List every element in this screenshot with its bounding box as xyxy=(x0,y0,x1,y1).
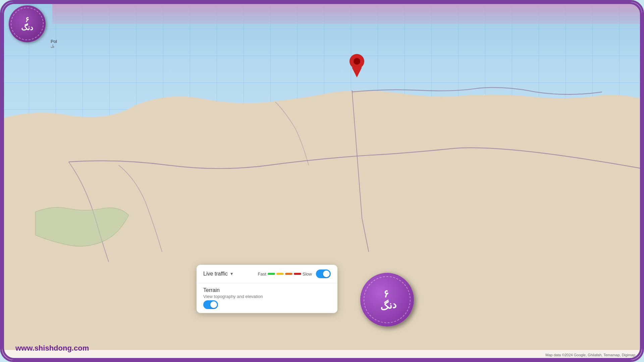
speed-bar-yellow xyxy=(276,273,284,275)
speed-bar-red xyxy=(294,273,301,275)
water-body xyxy=(2,2,642,163)
fast-label: Fast xyxy=(258,272,266,277)
map-controls-panel: Live traffic ▼ Fast Slow Terrain View to… xyxy=(197,265,337,313)
seal-large-number: ۶ xyxy=(382,288,389,299)
top-land-area xyxy=(52,2,642,24)
label-hara: HaraMangroveforestprotected area xyxy=(86,232,112,250)
traffic-toggle[interactable] xyxy=(316,269,331,278)
terrain-toggle[interactable] xyxy=(203,300,218,309)
live-traffic-label: Live traffic xyxy=(203,271,228,277)
seal-number: ۶ xyxy=(25,15,29,24)
live-traffic-row: Live traffic ▼ Fast Slow xyxy=(197,265,337,283)
seal-logo-top[interactable]: ۶ دنگ xyxy=(9,5,46,42)
terrain-description: View topography and elevation xyxy=(203,294,263,299)
terrain-row: Terrain View topography and elevation xyxy=(197,283,337,313)
seal-word: دنگ xyxy=(21,23,33,32)
svg-marker-2 xyxy=(352,67,362,77)
terrain-title: Terrain xyxy=(203,287,263,293)
app-frame: ۆنگ Polپل Bandar e Laftبندر لافت HaraMan… xyxy=(0,0,644,362)
label-borka: Borka Khalafبرکه خلف xyxy=(410,189,434,198)
slow-label: Slow xyxy=(303,272,312,277)
traffic-speed-indicator: Fast Slow xyxy=(258,272,312,277)
website-url: www.shishdong.com xyxy=(15,344,89,353)
speed-bar-green xyxy=(268,273,275,275)
map-pin[interactable] xyxy=(348,54,365,76)
terrain-info: Terrain View topography and elevation xyxy=(203,287,263,299)
traffic-label-container: Live traffic ▼ xyxy=(203,271,258,277)
label-qeshm: Qeshm xyxy=(183,253,197,258)
seal-large-word: دنگ xyxy=(379,299,397,312)
svg-point-1 xyxy=(354,58,360,65)
traffic-dropdown-arrow[interactable]: ▼ xyxy=(230,272,234,276)
copyright-bar: Map data ©2024 Google, Ghilafah, Temamap… xyxy=(2,350,642,360)
copyright-text: Map data ©2024 Google, Ghilafah, Temamap… xyxy=(545,353,635,357)
seal-logo-large[interactable]: ۶ دنگ xyxy=(360,273,414,326)
speed-bar-orange xyxy=(285,273,292,275)
label-ramkan: Ramkanرمکان xyxy=(317,185,333,194)
